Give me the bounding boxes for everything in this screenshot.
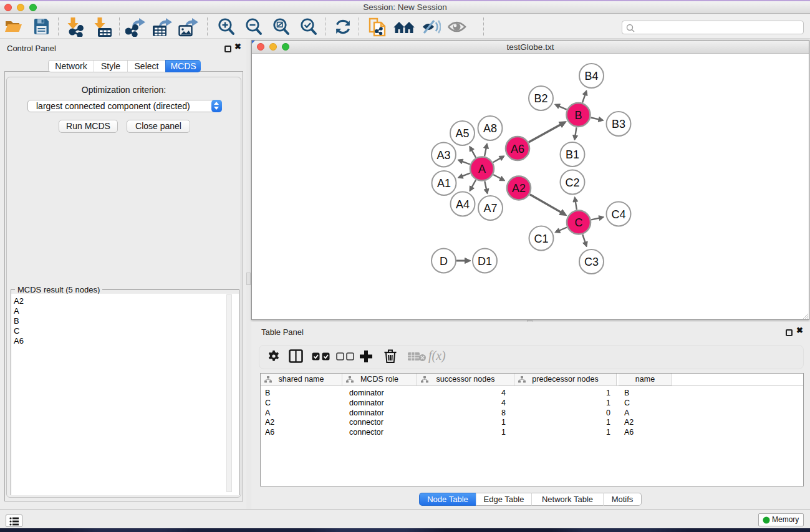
svg-text:B1: B1 — [566, 148, 579, 161]
svg-text:A7: A7 — [483, 202, 497, 215]
svg-text:B3: B3 — [612, 118, 625, 130]
svg-text:D1: D1 — [478, 255, 492, 268]
svg-text:C2: C2 — [565, 177, 579, 189]
svg-text:A4: A4 — [456, 198, 470, 211]
svg-text:B: B — [574, 109, 582, 122]
svg-text:B4: B4 — [584, 70, 598, 82]
svg-text:C: C — [575, 216, 583, 229]
svg-text:A2: A2 — [512, 182, 526, 195]
svg-text:A5: A5 — [455, 127, 469, 140]
svg-text:B2: B2 — [534, 92, 547, 105]
svg-text:C4: C4 — [611, 208, 625, 221]
svg-text:A: A — [478, 163, 486, 175]
svg-text:A8: A8 — [483, 122, 497, 135]
svg-text:A3: A3 — [436, 149, 450, 162]
svg-text:C3: C3 — [584, 256, 599, 268]
svg-text:A6: A6 — [511, 143, 524, 155]
svg-text:C1: C1 — [534, 233, 548, 245]
svg-text:A1: A1 — [437, 177, 451, 190]
svg-text:D: D — [440, 255, 448, 268]
